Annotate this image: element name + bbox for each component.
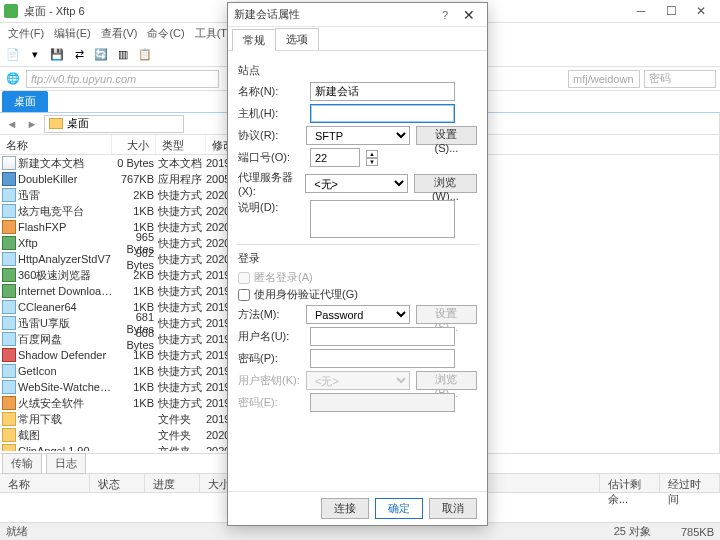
file-type: 快捷方式 [158, 332, 206, 347]
dlg-tab-general[interactable]: 常规 [232, 29, 276, 51]
button-ok[interactable]: 确定 [375, 498, 423, 519]
tcol-status[interactable]: 状态 [90, 474, 145, 492]
path-text: 桌面 [67, 116, 89, 131]
label-method: 方法(M): [238, 307, 300, 322]
save-icon[interactable]: 💾 [48, 46, 66, 64]
file-icon [2, 268, 16, 282]
dlg-tab-options[interactable]: 选项 [275, 28, 319, 50]
forward-icon[interactable]: ► [24, 116, 40, 132]
file-type: 快捷方式 [158, 364, 206, 379]
file-type: 快捷方式 [158, 188, 206, 203]
file-icon [2, 284, 16, 298]
file-icon [2, 316, 16, 330]
layout-icon[interactable]: ▥ [114, 46, 132, 64]
sync-icon[interactable]: 🔄 [92, 46, 110, 64]
globe-icon: 🌐 [4, 70, 22, 88]
menu-file[interactable]: 文件(F) [4, 24, 48, 43]
col-type[interactable]: 类型 [156, 135, 206, 154]
file-icon [2, 188, 16, 202]
label-proxy: 代理服务器(X): [238, 170, 299, 197]
dialog-titlebar: 新建会话属性 ? ✕ [228, 3, 487, 27]
status-objects: 25 对象 [614, 524, 651, 539]
label-protocol: 协议(R): [238, 128, 300, 143]
label-pass: 密码(P): [238, 351, 304, 366]
username-field[interactable]: mfj/weidown [568, 70, 640, 88]
tcol-est[interactable]: 估计剩余... [600, 474, 660, 492]
input-host[interactable] [310, 104, 455, 123]
log-icon[interactable]: 📋 [136, 46, 154, 64]
dialog-help-button[interactable]: ? [433, 9, 457, 21]
file-name: Shadow Defender [18, 349, 114, 361]
file-type: 快捷方式 [158, 396, 206, 411]
address-input[interactable]: ftp://v0.ftp.upyun.com [26, 70, 219, 88]
button-cancel[interactable]: 取消 [429, 498, 477, 519]
file-size: 1KB [114, 397, 158, 409]
file-name: 迅雷U享版 [18, 316, 114, 331]
menu-view[interactable]: 查看(V) [97, 24, 142, 43]
password-field[interactable]: 密码 [644, 70, 716, 88]
input-user[interactable] [310, 327, 455, 346]
file-name: Internet Download ... [18, 285, 114, 297]
tab-transfer[interactable]: 传输 [2, 453, 42, 474]
file-icon [2, 172, 16, 186]
port-spin-down[interactable]: ▼ [366, 158, 378, 166]
file-name: 火绒安全软件 [18, 396, 114, 411]
file-type: 快捷方式 [158, 220, 206, 235]
input-pass[interactable] [310, 349, 455, 368]
status-ready: 就绪 [6, 524, 28, 539]
minimize-button[interactable]: ─ [626, 1, 656, 21]
button-connect[interactable]: 连接 [321, 498, 369, 519]
file-type: 应用程序 [158, 172, 206, 187]
back-icon[interactable]: ◄ [4, 116, 20, 132]
tcol-name[interactable]: 名称 [0, 474, 90, 492]
input-port[interactable] [310, 148, 360, 167]
button-protocol-settings[interactable]: 设置(S)... [416, 126, 477, 145]
file-name: 360极速浏览器 [18, 268, 114, 283]
new-session-icon[interactable]: 📄 [4, 46, 22, 64]
path-input[interactable]: 桌面 [44, 115, 184, 133]
tab-desktop[interactable]: 桌面 [2, 91, 48, 112]
col-size[interactable]: 大小 [112, 135, 156, 154]
file-type: 文件夹 [158, 412, 206, 427]
dialog-footer: 连接 确定 取消 [228, 491, 487, 525]
file-icon [2, 396, 16, 410]
select-proxy[interactable]: <无> [305, 174, 408, 193]
tcol-progress[interactable]: 进度 [145, 474, 200, 492]
menu-edit[interactable]: 编辑(E) [50, 24, 95, 43]
file-icon [2, 364, 16, 378]
tcol-elapsed[interactable]: 经过时间 [660, 474, 720, 492]
label-user: 用户名(U): [238, 329, 304, 344]
select-method[interactable]: Password [306, 305, 410, 324]
label-passphrase: 密码(E): [238, 395, 304, 410]
file-type: 快捷方式 [158, 204, 206, 219]
dialog-close-button[interactable]: ✕ [457, 7, 481, 23]
button-proxy-browse[interactable]: 浏览(W)... [414, 174, 477, 193]
file-size: 2KB [114, 269, 158, 281]
checkbox-useauth[interactable]: 使用身份验证代理(G) [238, 287, 477, 302]
file-size: 1KB [114, 285, 158, 297]
file-size: 1KB [114, 381, 158, 393]
file-name: DoubleKiller [18, 173, 114, 185]
input-name[interactable] [310, 82, 455, 101]
col-name[interactable]: 名称 [0, 135, 112, 154]
port-spin-up[interactable]: ▲ [366, 150, 378, 158]
select-protocol[interactable]: SFTP [306, 126, 410, 145]
file-size: 1KB [114, 349, 158, 361]
file-type: 快捷方式 [158, 316, 206, 331]
file-name: ClipAngel 1.90 [18, 445, 114, 451]
maximize-button[interactable]: ☐ [656, 1, 686, 21]
checkbox-anonymous[interactable]: 匿名登录(A) [238, 270, 477, 285]
select-userkey: <无> [306, 371, 410, 390]
transfer-icon[interactable]: ⇄ [70, 46, 88, 64]
file-size: 0 Bytes [114, 157, 158, 169]
tab-log[interactable]: 日志 [46, 453, 86, 474]
file-icon [2, 428, 16, 442]
close-button[interactable]: ✕ [686, 1, 716, 21]
folder-icon [49, 118, 63, 129]
file-icon [2, 300, 16, 314]
open-session-icon[interactable]: ▾ [26, 46, 44, 64]
file-name: Xftp [18, 237, 114, 249]
menu-command[interactable]: 命令(C) [143, 24, 188, 43]
textarea-desc[interactable] [310, 200, 455, 238]
file-type: 快捷方式 [158, 300, 206, 315]
